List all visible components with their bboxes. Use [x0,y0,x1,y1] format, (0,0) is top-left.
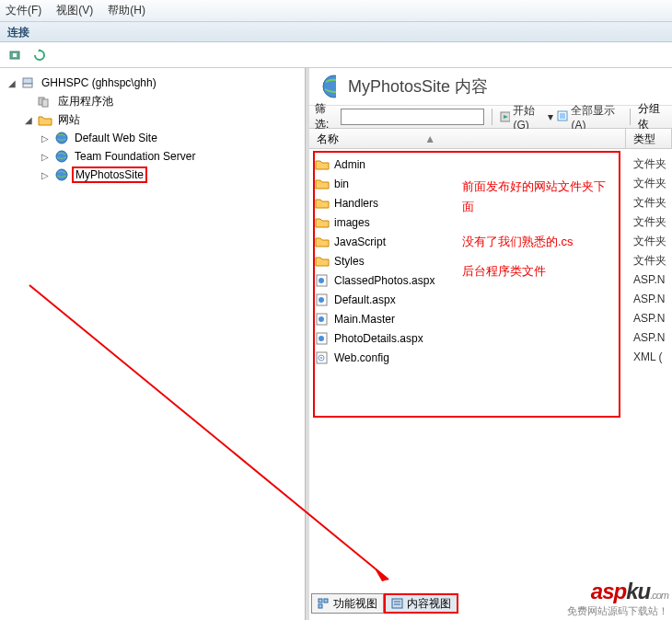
menu-bar: 文件(F) 视图(V) 帮助(H) [0,0,672,22]
file-row[interactable]: Handlers [315,193,672,212]
expander-none [22,95,35,108]
globe-icon [54,131,69,145]
content-pane: MyPhotosSite 内容 筛选: 开始(G) ▾ 全部显示(A) 分组依 … [306,68,672,620]
file-type: XML ( [633,348,672,367]
svg-point-20 [319,336,324,341]
globe-icon [54,167,69,182]
filter-toolbar: 筛选: 开始(G) ▾ 全部显示(A) 分组依 [309,105,672,129]
tree-app-pools[interactable]: 应用程序池 [6,92,303,110]
svg-rect-5 [42,99,48,107]
showall-icon [557,110,568,123]
server-icon [21,75,36,90]
tree-site-default[interactable]: ▷ Default Web Site [6,129,303,147]
expander-icon[interactable]: ◢ [22,113,35,126]
file-row[interactable]: ClassedPhotos.aspx [315,270,672,290]
features-icon [318,598,330,609]
menu-help[interactable]: 帮助(H) [108,3,145,18]
separator [492,109,492,125]
connections-toolbar [0,42,672,68]
svg-point-9 [323,75,336,98]
folder-icon [315,216,330,229]
refresh-button[interactable] [29,46,50,64]
col-header-type[interactable]: 类型 [626,129,672,148]
file-type: 文件夹 [633,155,672,174]
menu-view[interactable]: 视图(V) [56,3,93,18]
connections-header: 连接 [0,22,672,42]
connections-tree[interactable]: ◢ GHHSPC (ghhspc\ghh) 应用程序池 ◢ 网站 ▷ Defau… [2,72,303,184]
folder-icon [315,178,330,190]
start-button[interactable]: 开始(G) ▾ [500,103,554,132]
col-header-name[interactable]: 名称 ▲ [309,129,626,148]
file-type: ASP.N [633,270,672,290]
file-name: bin [334,178,349,190]
filter-input[interactable] [341,109,484,125]
content-icon [391,598,404,609]
file-row[interactable]: images [315,212,672,232]
file-row[interactable]: Main.Master [315,309,672,328]
globe-icon [54,149,69,164]
file-type: 文件夹 [633,193,672,212]
groupby-label[interactable]: 分组依 [638,101,666,132]
file-row[interactable]: Default.aspx [315,290,672,309]
svg-rect-1 [13,53,17,57]
sites-folder-icon [38,112,52,127]
file-name: ClassedPhotos.aspx [334,274,434,287]
svg-rect-3 [23,84,32,87]
file-type: 文件夹 [633,174,672,193]
connections-tree-pane: ◢ GHHSPC (ghhspc\ghh) 应用程序池 ◢ 网站 ▷ Defau… [0,68,306,620]
svg-point-23 [320,357,322,359]
tab-features-view[interactable]: 功能视图 [311,593,384,614]
svg-point-16 [319,297,324,303]
tree-label: Team Foundation Server [72,149,198,164]
file-name: JavaScript [334,235,386,248]
tree-label-selected: MyPhotosSite [72,166,147,183]
file-list-area: AdminbinHandlersimagesJavaScriptStylesCl… [309,149,672,620]
tree-label: GHHSPC (ghhspc\ghh) [39,75,159,90]
connect-button[interactable] [6,46,26,64]
file-name: Default.aspx [334,293,396,306]
globe-icon [321,79,336,94]
aspx-icon [315,274,330,287]
column-headers: 名称 ▲ 类型 [309,129,672,149]
file-name: Admin [334,158,365,171]
expander-icon[interactable]: ▷ [39,168,52,181]
file-type: 文件夹 [633,251,672,270]
file-row[interactable]: PhotoDetails.aspx [315,328,672,348]
expander-icon[interactable]: ▷ [39,150,52,163]
file-list[interactable]: AdminbinHandlersimagesJavaScriptStylesCl… [309,149,672,367]
svg-rect-27 [324,599,328,603]
file-row[interactable]: Styles [315,251,672,270]
file-row[interactable]: bin [315,174,672,193]
file-name: Handlers [334,197,378,210]
view-tabs: 功能视图 内容视图 [311,592,458,614]
tree-site-myphotos[interactable]: ▷ MyPhotosSite [6,166,303,184]
filter-label: 筛选: [315,101,337,132]
menu-file[interactable]: 文件(F) [6,3,41,18]
file-name: Web.config [334,351,389,364]
file-row[interactable]: Web.config [315,348,672,367]
tree-label: Default Web Site [72,131,160,145]
file-row[interactable]: JavaScript [315,232,672,251]
svg-rect-2 [23,78,32,84]
expander-icon[interactable]: ▷ [39,132,52,144]
folder-icon [315,235,330,248]
file-name: Styles [334,255,365,268]
file-type: ASP.N [633,290,672,309]
separator [630,109,631,125]
file-row[interactable]: Admin [315,155,672,174]
showall-button[interactable]: 全部显示(A) [557,103,622,132]
folder-icon [315,255,330,268]
file-type: 文件夹 [633,212,672,232]
tree-sites[interactable]: ◢ 网站 [6,110,303,129]
tree-site-tfs[interactable]: ▷ Team Foundation Server [6,147,303,166]
expander-icon[interactable]: ◢ [6,76,18,89]
file-type: 文件夹 [633,232,672,251]
svg-rect-26 [319,599,322,603]
file-name: PhotoDetails.aspx [334,332,423,345]
tab-content-view[interactable]: 内容视图 [384,593,458,614]
app-pool-icon [38,94,52,109]
tree-label: 应用程序池 [55,93,116,110]
folder-icon [315,197,330,210]
tree-root-server[interactable]: ◢ GHHSPC (ghhspc\ghh) [6,74,303,92]
page-title: MyPhotosSite 内容 [348,75,488,98]
